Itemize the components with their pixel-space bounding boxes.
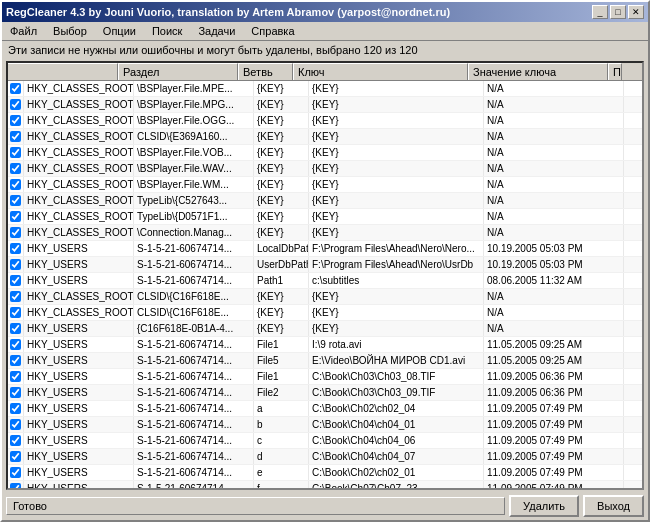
delete-button[interactable]: Удалить	[509, 495, 579, 517]
table-row[interactable]: HKY_CLASSES_ROOT TypeLib\{D0571F1... {KE…	[8, 209, 642, 225]
row-section: HKY_CLASSES_ROOT	[24, 145, 134, 160]
table-row[interactable]: HKY_CLASSES_ROOT \BSPlayer.File.OGG... {…	[8, 113, 642, 129]
table-row[interactable]: HKY_CLASSES_ROOT \BSPlayer.File.MPE... {…	[8, 81, 642, 97]
row-branch: S-1-5-21-60674714...	[134, 369, 254, 384]
row-checkbox[interactable]	[8, 273, 24, 288]
row-value: C:\Book\Ch04\ch04_01	[309, 417, 484, 432]
table-row[interactable]: HKY_CLASSES_ROOT \BSPlayer.File.VOB... {…	[8, 145, 642, 161]
row-key: e	[254, 465, 309, 480]
table-row[interactable]: HKY_USERS S-1-5-21-60674714... UserDbPat…	[8, 257, 642, 273]
row-key: b	[254, 417, 309, 432]
row-date: 11.09.2005 07:49 PM	[484, 401, 624, 416]
table-row[interactable]: HKY_USERS S-1-5-21-60674714... b C:\Book…	[8, 417, 642, 433]
table-row[interactable]: HKY_CLASSES_ROOT TypeLib\{C527643... {KE…	[8, 193, 642, 209]
col-header-key[interactable]: Ключ	[293, 63, 468, 80]
row-value: {KEY}	[309, 225, 484, 240]
row-date: N/A	[484, 145, 624, 160]
row-checkbox[interactable]	[8, 289, 24, 304]
row-date: 08.06.2005 11:32 AM	[484, 273, 624, 288]
row-checkbox[interactable]	[8, 161, 24, 176]
row-date: 11.09.2005 07:49 PM	[484, 481, 624, 488]
row-checkbox[interactable]	[8, 321, 24, 336]
status-bar: Готово Удалить Выход	[2, 492, 648, 520]
row-checkbox[interactable]	[8, 481, 24, 488]
title-bar: RegCleaner 4.3 by Jouni Vuorio, translat…	[2, 2, 648, 22]
table-body[interactable]: HKY_CLASSES_ROOT \BSPlayer.File.MPE... {…	[8, 81, 642, 488]
row-section: HKY_CLASSES_ROOT	[24, 81, 134, 96]
table-row[interactable]: HKY_CLASSES_ROOT \Connection.Manag... {K…	[8, 225, 642, 241]
row-checkbox[interactable]	[8, 337, 24, 352]
exit-button[interactable]: Выход	[583, 495, 644, 517]
table-row[interactable]: HKY_USERS {C16F618E-0B1A-4... {KEY} {KEY…	[8, 321, 642, 337]
table-row[interactable]: HKY_CLASSES_ROOT CLSID\{E369A160... {KEY…	[8, 129, 642, 145]
row-branch: CLSID\{C16F618E...	[134, 305, 254, 320]
row-checkbox[interactable]	[8, 193, 24, 208]
row-checkbox[interactable]	[8, 401, 24, 416]
row-section: HKY_CLASSES_ROOT	[24, 289, 134, 304]
row-key: {KEY}	[254, 81, 309, 96]
table-row[interactable]: HKY_USERS S-1-5-21-60674714... LocalDbPa…	[8, 241, 642, 257]
row-value: {KEY}	[309, 193, 484, 208]
row-checkbox[interactable]	[8, 433, 24, 448]
row-checkbox[interactable]	[8, 305, 24, 320]
row-checkbox[interactable]	[8, 177, 24, 192]
col-header-section[interactable]: Раздел	[118, 63, 238, 80]
table-row[interactable]: HKY_USERS S-1-5-21-60674714... File5 E:\…	[8, 353, 642, 369]
row-checkbox[interactable]	[8, 465, 24, 480]
table-row[interactable]: HKY_USERS S-1-5-21-60674714... e C:\Book…	[8, 465, 642, 481]
menu-search[interactable]: Поиск	[148, 24, 186, 38]
row-branch: S-1-5-21-60674714...	[134, 401, 254, 416]
table-row[interactable]: HKY_CLASSES_ROOT \BSPlayer.File.WM... {K…	[8, 177, 642, 193]
row-branch: \Connection.Manag...	[134, 225, 254, 240]
row-checkbox[interactable]	[8, 353, 24, 368]
table-row[interactable]: HKY_CLASSES_ROOT CLSID\{C16F618E... {KEY…	[8, 305, 642, 321]
maximize-button[interactable]: □	[610, 5, 626, 19]
row-value: {KEY}	[309, 321, 484, 336]
row-checkbox[interactable]	[8, 225, 24, 240]
row-checkbox[interactable]	[8, 257, 24, 272]
row-key: {KEY}	[254, 209, 309, 224]
row-checkbox[interactable]	[8, 81, 24, 96]
close-button[interactable]: ✕	[628, 5, 644, 19]
row-key: {KEY}	[254, 177, 309, 192]
row-checkbox[interactable]	[8, 209, 24, 224]
row-checkbox[interactable]	[8, 113, 24, 128]
row-checkbox[interactable]	[8, 369, 24, 384]
table-row[interactable]: HKY_CLASSES_ROOT CLSID\{C16F618E... {KEY…	[8, 289, 642, 305]
table-row[interactable]: HKY_CLASSES_ROOT \BSPlayer.File.MPG... {…	[8, 97, 642, 113]
table-row[interactable]: HKY_USERS S-1-5-21-60674714... Path1 c:\…	[8, 273, 642, 289]
row-key: File5	[254, 353, 309, 368]
row-checkbox[interactable]	[8, 129, 24, 144]
row-branch: \BSPlayer.File.OGG...	[134, 113, 254, 128]
row-date: N/A	[484, 81, 624, 96]
menu-options[interactable]: Опции	[99, 24, 140, 38]
row-date: N/A	[484, 305, 624, 320]
minimize-button[interactable]: _	[592, 5, 608, 19]
table-row[interactable]: HKY_USERS S-1-5-21-60674714... a C:\Book…	[8, 401, 642, 417]
menu-file[interactable]: Файл	[6, 24, 41, 38]
table-row[interactable]: HKY_USERS S-1-5-21-60674714... File2 C:\…	[8, 385, 642, 401]
col-header-branch[interactable]: Ветвь	[238, 63, 293, 80]
row-checkbox[interactable]	[8, 97, 24, 112]
row-date: 10.19.2005 05:03 PM	[484, 241, 624, 256]
table-row[interactable]: HKY_USERS S-1-5-21-60674714... d C:\Book…	[8, 449, 642, 465]
row-checkbox[interactable]	[8, 241, 24, 256]
col-header-date[interactable]: Последнее изменение	[608, 63, 622, 80]
row-date: 11.05.2005 09:25 AM	[484, 353, 624, 368]
row-checkbox[interactable]	[8, 417, 24, 432]
table-row[interactable]: HKY_USERS S-1-5-21-60674714... f C:\Book…	[8, 481, 642, 488]
table-row[interactable]: HKY_USERS S-1-5-21-60674714... File1 C:\…	[8, 369, 642, 385]
row-checkbox[interactable]	[8, 449, 24, 464]
menu-select[interactable]: Выбор	[49, 24, 91, 38]
table-row[interactable]: HKY_USERS S-1-5-21-60674714... File1 I:\…	[8, 337, 642, 353]
table-row[interactable]: HKY_USERS S-1-5-21-60674714... c C:\Book…	[8, 433, 642, 449]
row-checkbox[interactable]	[8, 385, 24, 400]
col-header-value[interactable]: Значение ключа	[468, 63, 608, 80]
row-key: {KEY}	[254, 289, 309, 304]
menu-tasks[interactable]: Задачи	[194, 24, 239, 38]
row-date: N/A	[484, 193, 624, 208]
row-checkbox[interactable]	[8, 145, 24, 160]
table-row[interactable]: HKY_CLASSES_ROOT \BSPlayer.File.WAV... {…	[8, 161, 642, 177]
row-branch: S-1-5-21-60674714...	[134, 337, 254, 352]
menu-help[interactable]: Справка	[247, 24, 298, 38]
